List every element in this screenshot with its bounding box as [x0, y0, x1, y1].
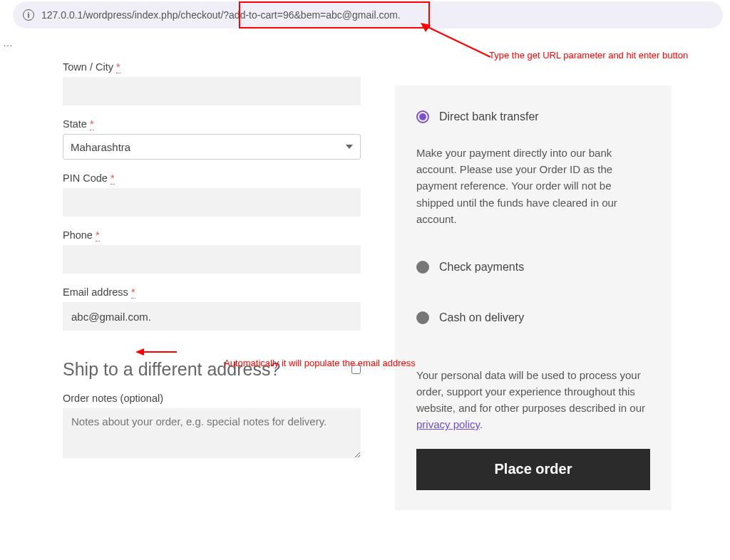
direct-bank-label: Direct bank transfer — [439, 108, 539, 126]
check-payments-label: Check payments — [439, 259, 524, 276]
order-notes-textarea[interactable] — [63, 408, 361, 458]
email-label: Email address * — [63, 286, 361, 298]
privacy-policy-link[interactable]: privacy policy — [416, 418, 480, 430]
state-select[interactable]: Maharashtra — [63, 134, 361, 160]
privacy-notice: Your personal data will be used to proce… — [416, 367, 650, 433]
town-label-text: Town / City — [63, 61, 113, 73]
town-input[interactable] — [63, 77, 361, 105]
pay-option-check[interactable]: Check payments — [416, 259, 650, 276]
order-notes-label: Order notes (optional) — [63, 393, 361, 404]
direct-bank-description: Make your payment directly into our bank… — [416, 145, 650, 227]
cod-label: Cash on delivery — [439, 309, 524, 327]
required-mark: * — [116, 61, 120, 73]
payment-panel: Direct bank transfer Make your payment d… — [395, 85, 672, 510]
town-label: Town / City * — [63, 61, 361, 73]
required-mark: * — [96, 229, 100, 242]
state-label-text: State — [63, 118, 87, 130]
field-pin: PIN Code * — [63, 172, 361, 217]
privacy-text-post: . — [480, 418, 483, 430]
field-order-notes: Order notes (optional) — [63, 393, 361, 461]
phone-label: Phone * — [63, 229, 361, 241]
billing-form: Town / City * State * Maharashtra PIN Co… — [63, 61, 361, 474]
radio-unselected-icon — [416, 311, 429, 324]
pay-option-cod[interactable]: Cash on delivery — [416, 309, 650, 327]
privacy-text-pre: Your personal data will be used to proce… — [416, 369, 645, 415]
decorative-ellipsis: … — [3, 37, 13, 48]
required-mark: * — [131, 286, 135, 299]
radio-selected-icon — [416, 110, 429, 123]
email-input[interactable] — [63, 302, 361, 331]
email-label-text: Email address — [63, 286, 128, 298]
annotation-text-mid: Automatically it will populate the email… — [224, 358, 416, 368]
place-order-label: Place order — [495, 461, 572, 477]
required-mark: * — [110, 172, 115, 185]
phone-label-text: Phone — [63, 229, 93, 241]
field-town: Town / City * — [63, 61, 361, 105]
state-label: State * — [63, 118, 361, 130]
field-email: Email address * — [63, 286, 361, 331]
annotation-text-top: Type the get URL parameter and hit enter… — [489, 50, 688, 61]
url-text: 127.0.0.1/wordpress/index.php/checkout/?… — [41, 9, 401, 21]
pay-option-direct-bank[interactable]: Direct bank transfer — [416, 108, 650, 126]
chevron-down-icon — [346, 145, 353, 149]
place-order-button[interactable]: Place order — [416, 449, 650, 490]
pin-label-text: PIN Code — [63, 172, 108, 184]
pin-input[interactable] — [63, 188, 361, 217]
state-selected-value: Maharashtra — [71, 141, 130, 153]
phone-input[interactable] — [63, 245, 361, 274]
browser-address-bar[interactable]: i 127.0.0.1/wordpress/index.php/checkout… — [13, 1, 723, 28]
radio-unselected-icon — [416, 261, 429, 274]
pin-label: PIN Code * — [63, 172, 361, 184]
field-phone: Phone * — [63, 229, 361, 274]
required-mark: * — [90, 118, 94, 130]
field-state: State * Maharashtra — [63, 118, 361, 160]
info-icon: i — [23, 9, 34, 21]
